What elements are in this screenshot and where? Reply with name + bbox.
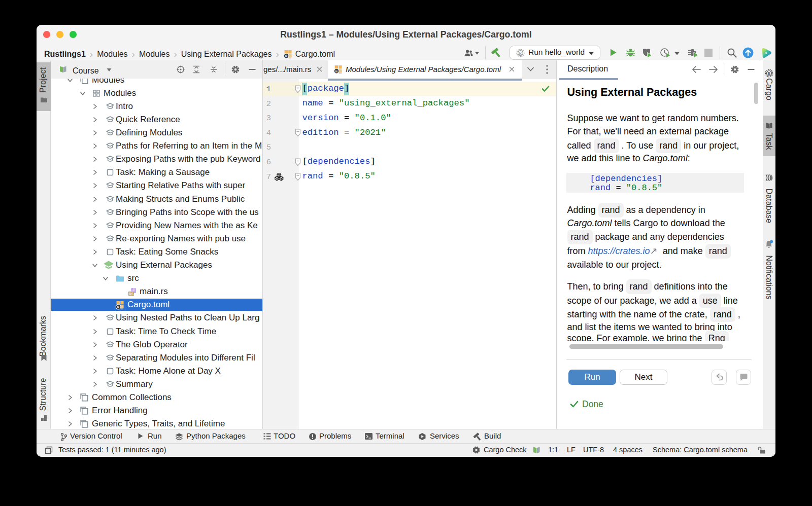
svg-text:RS: RS	[129, 292, 134, 295]
svg-text:R: R	[519, 51, 522, 56]
svg-text:R: R	[768, 71, 771, 76]
